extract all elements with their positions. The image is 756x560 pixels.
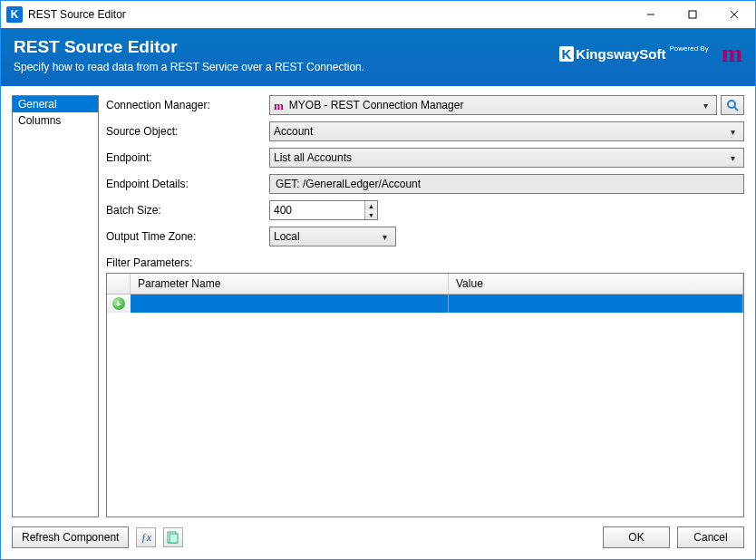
grid-new-row[interactable]: + <box>107 294 743 313</box>
spin-up-button[interactable]: ▲ <box>365 201 377 210</box>
source-object-combo[interactable]: Account ▾ <box>269 121 744 141</box>
browse-connection-button[interactable] <box>721 95 744 115</box>
endpoint-combo[interactable]: List all Accounts ▾ <box>269 148 744 168</box>
svg-line-5 <box>734 107 738 111</box>
filter-parameters-grid[interactable]: Parameter Name Value + <box>106 273 744 517</box>
header-banner: REST Source Editor Specify how to read d… <box>1 28 755 86</box>
chevron-down-icon: ▾ <box>377 232 392 242</box>
doc-icon <box>167 531 179 544</box>
batch-size-field[interactable] <box>270 201 364 219</box>
nav-panel: General Columns <box>12 95 99 517</box>
cell-parameter-name[interactable] <box>131 294 449 313</box>
ok-button[interactable]: OK <box>603 526 670 548</box>
maximize-icon <box>688 10 697 19</box>
cell-value[interactable] <box>449 294 743 313</box>
row-header[interactable]: + <box>107 294 131 313</box>
col-header-value[interactable]: Value <box>449 274 743 294</box>
minimize-button[interactable] <box>630 1 672 28</box>
batch-size-label: Batch Size: <box>106 204 269 217</box>
connection-manager-combo[interactable]: m MYOB - REST Connection Manager ▾ <box>269 95 717 115</box>
endpoint-label: Endpoint: <box>106 151 269 164</box>
grid-corner <box>107 274 131 294</box>
output-timezone-combo[interactable]: Local ▾ <box>269 227 396 246</box>
expression-editor-button[interactable]: ƒx <box>136 527 156 547</box>
batch-size-input[interactable]: ▲ ▼ <box>269 200 378 220</box>
kingswaysoft-logo: K KingswaySoft Powered By <box>559 46 709 62</box>
cancel-button[interactable]: Cancel <box>677 526 744 548</box>
filter-parameters-label: Filter Parameters: <box>106 256 744 269</box>
output-timezone-label: Output Time Zone: <box>106 230 269 243</box>
close-button[interactable] <box>713 1 755 28</box>
header-subtitle: Specify how to read data from a REST Ser… <box>14 61 364 73</box>
chevron-down-icon: ▾ <box>725 127 740 137</box>
window-title: REST Source Editor <box>28 8 126 21</box>
endpoint-details-value: GET: /GeneralLedger/Account <box>269 174 744 194</box>
nav-item-columns[interactable]: Columns <box>13 112 98 129</box>
grid-header: Parameter Name Value <box>107 274 743 294</box>
documentation-button[interactable] <box>163 527 183 547</box>
maximize-button[interactable] <box>672 1 713 28</box>
nav-item-general[interactable]: General <box>13 96 98 112</box>
minimize-icon <box>646 10 655 19</box>
footer: Refresh Component ƒx OK Cancel <box>1 517 755 559</box>
main-panel: Connection Manager: m MYOB - REST Connec… <box>106 95 744 517</box>
fx-icon: ƒx <box>141 531 151 545</box>
endpoint-details-label: Endpoint Details: <box>106 178 269 190</box>
chevron-down-icon: ▾ <box>698 101 712 111</box>
myob-icon: m <box>274 100 284 111</box>
svg-rect-7 <box>170 534 178 543</box>
chevron-down-icon: ▾ <box>725 153 740 163</box>
col-header-parameter-name[interactable]: Parameter Name <box>131 274 449 294</box>
titlebar: K REST Source Editor <box>1 1 755 28</box>
magnifier-icon <box>725 98 740 112</box>
app-icon: K <box>6 6 23 23</box>
source-object-label: Source Object: <box>106 125 269 138</box>
svg-point-4 <box>728 101 735 108</box>
refresh-component-button[interactable]: Refresh Component <box>12 526 129 548</box>
connection-manager-label: Connection Manager: <box>106 99 269 111</box>
myob-logo: m <box>722 41 742 66</box>
svg-rect-1 <box>689 11 696 18</box>
window-root: K REST Source Editor REST Source Editor … <box>0 0 756 560</box>
spin-down-button[interactable]: ▼ <box>365 210 377 219</box>
add-row-icon: + <box>112 297 125 310</box>
close-icon <box>730 10 739 19</box>
header-title: REST Source Editor <box>14 37 364 57</box>
